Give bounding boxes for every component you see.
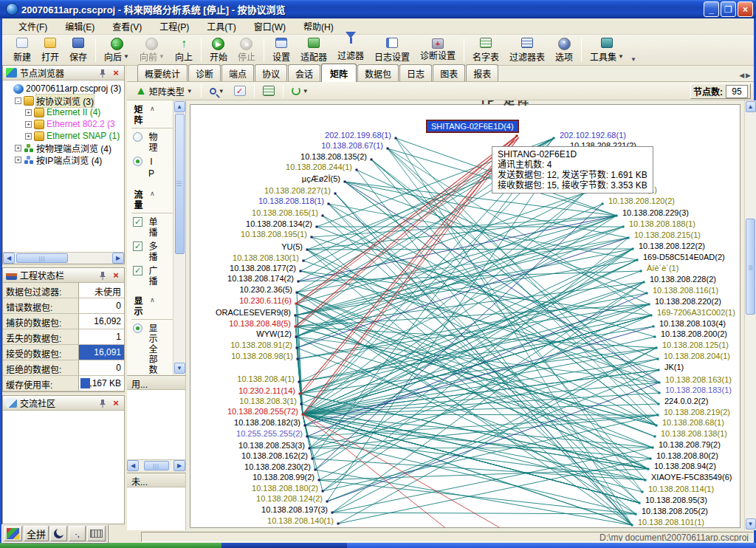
matrix-node-label[interactable]: 10.138.208.188(1) xyxy=(629,219,695,228)
ime-mode-button[interactable]: 全拼 xyxy=(24,526,49,541)
tab-诊断[interactable]: 诊断 xyxy=(188,64,221,81)
tree-expander-icon[interactable]: + xyxy=(25,133,32,140)
close-panel-icon[interactable]: × xyxy=(111,68,121,78)
matrix-node-label[interactable]: 10.138.208.135(2) xyxy=(300,152,367,161)
matrix-node-label[interactable]: JK(1) xyxy=(664,363,684,371)
toolset-button[interactable]: 工具集▼ xyxy=(585,36,628,64)
save-button[interactable]: 保存 xyxy=(65,36,92,64)
menu-item[interactable]: 查看(V) xyxy=(103,18,151,35)
menu-item[interactable]: 帮助(H) xyxy=(295,18,343,35)
matrix-node-label[interactable]: 202.102.192.68(1) xyxy=(560,131,626,140)
collapse-icon[interactable]: ∧ xyxy=(150,296,155,304)
matrix-node-label[interactable]: 10.138.208.124(2) xyxy=(256,494,323,503)
option-多播[interactable]: ✓多播 xyxy=(133,242,173,262)
matrix-vscrollbar[interactable]: ▲ ||| ▼ xyxy=(744,100,756,530)
tab-概要统计[interactable]: 概要统计 xyxy=(137,64,188,81)
matrix-node-label[interactable]: 10.138.208.200(2) xyxy=(661,329,727,338)
matrix-node-label[interactable]: 10.138.208.91(2) xyxy=(230,340,292,349)
matrix-node-label[interactable]: µçÆø2Î(5) xyxy=(302,174,340,183)
option-物理[interactable]: 物理 xyxy=(133,132,173,153)
menu-item[interactable]: 工程(P) xyxy=(151,18,198,35)
tab-协议[interactable]: 协议 xyxy=(255,64,287,81)
matrix-node-label[interactable]: 10.138.208.79(2) xyxy=(659,440,721,449)
diagnosis-settings-button[interactable]: +诊断设置 xyxy=(416,37,460,63)
matrix-node-label[interactable]: 10.138.208.98(1) xyxy=(231,352,293,360)
up-button[interactable]: ↑向上 xyxy=(171,35,197,64)
radio-control[interactable] xyxy=(133,132,142,142)
matrix-node-label[interactable]: 10.138.208.215(1) xyxy=(634,230,701,239)
matrix-node-label[interactable]: 10.138.208.120(2) xyxy=(608,196,675,205)
scroll-down-icon[interactable]: ▼ xyxy=(746,518,756,530)
filter-button[interactable]: 过滤器 xyxy=(333,37,368,63)
matrix-node-label[interactable]: 10.138.208.229(3) xyxy=(622,208,689,217)
matrix-node-label[interactable]: 10.138.208.253(3) xyxy=(238,441,305,450)
matrix-node-label[interactable]: 10.138.208.180(2) xyxy=(252,484,318,493)
node-browser-hscrollbar[interactable]: ◀ ||| ▶ xyxy=(3,252,124,264)
matrix-node-label[interactable]: 10.138.208.140(1) xyxy=(267,516,334,525)
tree-expander-icon[interactable]: + xyxy=(15,157,21,163)
matrix-node-label[interactable]: 10.138.208.4(1) xyxy=(237,374,295,383)
tab-图表[interactable]: 图表 xyxy=(433,64,465,81)
back-button[interactable]: ←向后▼ xyxy=(100,36,134,64)
tab-日志[interactable]: 日志 xyxy=(399,64,432,81)
collapse-icon[interactable]: ∧ xyxy=(150,190,155,197)
matrix-canvas[interactable]: IP 矩阵 202.102.199.68(1)10.138.208.67(1)1… xyxy=(190,104,740,528)
matrix-node-label[interactable]: 10.138.208.95(3) xyxy=(645,496,707,504)
matrix-node-label[interactable]: Àíè´è´(1) xyxy=(647,264,678,273)
node-count-value[interactable]: 95 xyxy=(726,85,748,98)
option-显示全部数据[interactable]: 显示全部数据 xyxy=(133,323,173,375)
matrix-node-label[interactable]: 10.138.208.80(2) xyxy=(656,451,718,460)
matrix-node-label[interactable]: 10.138.208.67(1) xyxy=(321,141,383,150)
matrix-node-label[interactable]: 169-D58C514E0AD(2) xyxy=(643,253,725,261)
settings-button[interactable]: 设置 xyxy=(268,36,295,64)
toolbar-overflow-icon[interactable]: ▼ xyxy=(630,56,636,65)
matrix-node-label[interactable]: 10.230.2.36(5) xyxy=(239,285,292,294)
option-单播[interactable]: ✓单播 xyxy=(133,217,173,238)
matrix-node-label[interactable]: 10.138.208.204(1) xyxy=(664,352,730,360)
matrix-node-label[interactable]: 10.138.208.138(1) xyxy=(661,429,727,438)
tab-矩阵[interactable]: 矩阵 xyxy=(321,64,357,82)
scroll-right-icon[interactable]: ▶ xyxy=(112,253,124,264)
tab-会话[interactable]: 会话 xyxy=(288,64,320,81)
filter-table-button[interactable]: 过滤器表 xyxy=(505,36,549,64)
locate-node-button[interactable]: ▼ xyxy=(206,86,228,97)
tab-scroll-right-icon[interactable]: ▶ xyxy=(746,72,751,79)
matrix-node-label[interactable]: 10.138.208.162(2) xyxy=(241,451,308,460)
checkbox-control[interactable]: ✓ xyxy=(133,217,142,227)
matrix-node-label[interactable]: 10.138.208.68(1) xyxy=(662,418,724,427)
new-document-button[interactable]: 新建 xyxy=(9,36,35,64)
matrix-node-label[interactable]: 10.138.208.182(3) xyxy=(234,418,300,427)
scroll-thumb[interactable]: ||| xyxy=(746,219,755,315)
matrix-node-label[interactable]: XIAOYE-F5C83549(6) xyxy=(651,473,732,482)
matrix-node-label[interactable]: 10.138.208.116(1) xyxy=(653,286,718,295)
matrix-node-label[interactable]: 10.138.208.197(3) xyxy=(261,505,328,514)
radio-control[interactable] xyxy=(133,157,142,166)
legend-hscrollbar[interactable]: ◀ ||| ▶ xyxy=(127,459,185,471)
radio-control[interactable] xyxy=(133,323,142,333)
matrix-node-label[interactable]: 10.138.208.122(2) xyxy=(639,242,705,250)
checkbox-control[interactable]: ✓ xyxy=(133,242,142,251)
menu-item[interactable]: 窗口(W) xyxy=(245,18,295,35)
tab-报表[interactable]: 报表 xyxy=(466,64,498,81)
matrix-node-label[interactable]: 224.0.0.2(2) xyxy=(664,397,708,405)
matrix-node-label[interactable]: 10.230.6.11(6) xyxy=(239,296,292,305)
menu-item[interactable]: 工具(T) xyxy=(198,18,244,35)
tree-item[interactable]: +Ethernet SNAP (1) xyxy=(4,130,123,142)
open-folder-button[interactable]: 打开 xyxy=(37,36,63,64)
ime-softkeyboard-button[interactable] xyxy=(87,526,106,541)
collapse-icon[interactable]: ∧ xyxy=(150,105,155,112)
matrix-node-label[interactable]: 10.138.208.130(1) xyxy=(233,253,299,262)
scroll-up-icon[interactable]: ▲ xyxy=(174,101,185,112)
close-panel-icon[interactable]: × xyxy=(111,398,121,408)
option-广播[interactable]: ✓广播 xyxy=(133,266,173,287)
tree-expander-icon[interactable]: + xyxy=(15,145,21,151)
tab-数据包[interactable]: 数据包 xyxy=(357,64,399,81)
matrix-node-label[interactable]: 10.138.208.125(1) xyxy=(662,340,729,349)
matrix-node-label[interactable]: 10.138.208.244(1) xyxy=(286,162,352,171)
ime-punctuation-button[interactable]: ·, xyxy=(69,526,86,541)
ime-fullhalf-button[interactable] xyxy=(50,526,67,541)
tree-item[interactable]: 20070611arp.cscproj (3) xyxy=(4,83,123,95)
matrix-node-label[interactable]: 10.230.2.11(14) xyxy=(238,386,295,395)
menu-item[interactable]: 编辑(E) xyxy=(56,18,103,35)
refresh-button[interactable]: ▼ xyxy=(288,84,312,97)
